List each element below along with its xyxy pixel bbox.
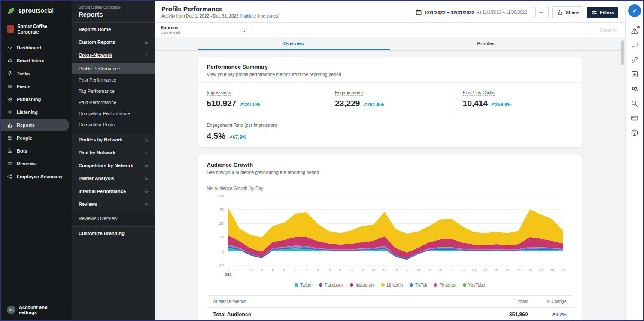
metric-label[interactable]: Impressions	[207, 90, 231, 96]
nav-competitor-posts[interactable]: Competitor Posts	[72, 119, 155, 130]
links-button[interactable]	[631, 56, 638, 64]
metric-label[interactable]: Engagements	[335, 90, 363, 96]
nav-custom-reports[interactable]: Custom Reports	[72, 36, 155, 49]
alerts-button[interactable]	[631, 27, 638, 34]
clear-all-button[interactable]: Clear All	[592, 28, 625, 33]
legend-item[interactable]: Instagram	[350, 283, 374, 287]
date-range-button[interactable]: 12/1/2022 – 12/31/2022 vs 11/1/2022 – 11…	[411, 6, 532, 18]
nav-post-performance[interactable]: Post Performance	[72, 74, 155, 86]
filters-label: Filters	[600, 10, 614, 15]
share-button[interactable]: Share	[552, 6, 583, 18]
star-icon	[7, 161, 13, 167]
svg-text:100: 100	[218, 221, 224, 226]
row-change: ↗0.7%	[528, 312, 567, 318]
svg-text:9: 9	[316, 268, 319, 272]
card-subtitle: See how your audience grew during the re…	[207, 170, 573, 175]
metric-change: ↗67.9%	[228, 135, 246, 140]
metric-label[interactable]: Post Link Clicks	[463, 90, 495, 96]
svg-text:10: 10	[327, 268, 331, 272]
sidebar-item-publishing[interactable]: Publishing	[1, 93, 72, 106]
sidebar-item-smart-inbox[interactable]: Smart Inbox	[1, 54, 72, 67]
row-total: 351,869	[477, 312, 528, 318]
nav-reviews-overview[interactable]: Reviews Overview	[72, 213, 155, 224]
legend-item[interactable]: LinkedIn	[381, 283, 403, 287]
messages-button[interactable]	[631, 41, 638, 49]
svg-text:50: 50	[220, 235, 224, 239]
legend-item[interactable]: Twitter	[295, 283, 313, 287]
app-sidebar: sproutsocial Sprout Coffee Corporate Das…	[1, 1, 72, 320]
reviews-subnav: Reviews Overview	[72, 211, 155, 226]
sidebar-item-tasks[interactable]: Tasks	[1, 67, 72, 80]
legend-item[interactable]: TikTok	[410, 283, 428, 287]
account-avatar	[7, 25, 14, 33]
nav-tag-performance[interactable]: Tag Performance	[72, 86, 155, 97]
sidebar-item-listening[interactable]: Listening	[1, 106, 72, 119]
metric-value: 510,927	[207, 99, 237, 108]
primary-nav: Dashboard Smart Inbox Tasks Feeds Publis…	[1, 41, 72, 183]
time-zones-link[interactable]: multiple	[241, 14, 256, 18]
nav-profile-performance[interactable]: Profile Performance	[72, 63, 155, 74]
add-button[interactable]	[631, 70, 638, 78]
sidebar-item-employee-advocacy[interactable]: Employee Advocacy	[1, 170, 72, 183]
nav-reports-home[interactable]: Reports Home	[72, 23, 155, 36]
tab-profiles[interactable]: Profiles	[390, 37, 582, 50]
sources-bar: Sources Viewing all Clear All	[155, 23, 625, 37]
nav-twitter-analysis[interactable]: Twitter Analysis	[72, 172, 155, 185]
svg-text:20: 20	[438, 268, 443, 272]
svg-text:22: 22	[461, 268, 465, 272]
account-settings[interactable]: BS Account and settings →	[1, 301, 72, 318]
metric-engagements: Engagements 23,229↗281.6%	[326, 83, 454, 115]
more-options-button[interactable]: •••	[535, 6, 549, 18]
nav-reviews[interactable]: Reviews	[72, 198, 155, 211]
arrow-right-icon: →	[60, 307, 66, 313]
row-metric-link[interactable]: Total Audience	[213, 312, 477, 318]
nav-competitors-by-network[interactable]: Competitors by Network	[72, 159, 155, 172]
vertical-scrollbar[interactable]	[621, 40, 624, 65]
nav-cross-network[interactable]: Cross-Network	[72, 49, 155, 61]
metric-value: 23,229	[335, 99, 360, 108]
sidebar-item-reports[interactable]: Reports	[1, 119, 69, 131]
account-switcher[interactable]: Sprout Coffee Corporate	[1, 20, 72, 40]
legend-item[interactable]: YouTube	[463, 283, 485, 287]
notification-dot	[637, 26, 640, 28]
brand-logo[interactable]: sproutsocial	[1, 1, 72, 20]
tab-overview[interactable]: Overview	[198, 37, 390, 50]
sidebar-item-label: People	[17, 135, 32, 141]
compose-button[interactable]	[628, 4, 641, 17]
svg-text:18: 18	[416, 268, 420, 272]
sidebar-item-reviews[interactable]: Reviews	[1, 157, 72, 170]
svg-text:-50: -50	[219, 263, 224, 267]
nav-paid-by-network[interactable]: Paid by Network	[72, 146, 155, 159]
sources-selector[interactable]: Sources Viewing all	[155, 23, 254, 37]
reports-panel-header: Sprout Coffee Corporate Reports	[72, 1, 155, 23]
help-button[interactable]	[631, 129, 638, 137]
legend-dot	[434, 283, 437, 287]
chat-bubble-icon	[631, 41, 638, 49]
sidebar-item-feeds[interactable]: Feeds	[1, 80, 72, 93]
sidebar-item-bots[interactable]: Bots	[1, 144, 72, 157]
help-icon	[631, 129, 638, 137]
nav-profiles-by-network[interactable]: Profiles by Network	[72, 133, 155, 146]
legend-item[interactable]: Pinterest	[434, 283, 456, 287]
shortcuts-button[interactable]	[631, 114, 638, 122]
svg-text:7: 7	[294, 268, 296, 272]
card-title: Performance Summary	[207, 64, 573, 70]
table-header: Audience Metrics Totals % Change	[207, 296, 573, 307]
svg-text:200: 200	[218, 194, 224, 198]
svg-text:DEC: DEC	[225, 273, 232, 277]
legend-item[interactable]: Facebook	[319, 283, 343, 287]
share-label: Share	[565, 10, 579, 15]
nav-internal-performance[interactable]: Internal Performance	[72, 185, 155, 198]
sidebar-item-people[interactable]: People	[1, 131, 72, 144]
svg-text:6: 6	[283, 268, 285, 272]
nav-competitor-performance[interactable]: Competitor Performance	[72, 108, 155, 119]
sidebar-item-dashboard[interactable]: Dashboard	[1, 41, 72, 54]
contacts-button[interactable]	[631, 85, 638, 93]
nav-paid-performance[interactable]: Paid Performance	[72, 97, 155, 108]
search-button[interactable]	[631, 100, 638, 107]
filters-button[interactable]: Filters	[587, 7, 618, 18]
nav-customize-branding[interactable]: Customize Branding	[72, 226, 155, 240]
svg-text:3: 3	[249, 268, 252, 272]
sidebar-item-label: Publishing	[17, 97, 41, 102]
metric-label[interactable]: Engagement Rate (per Impression)	[207, 122, 277, 128]
